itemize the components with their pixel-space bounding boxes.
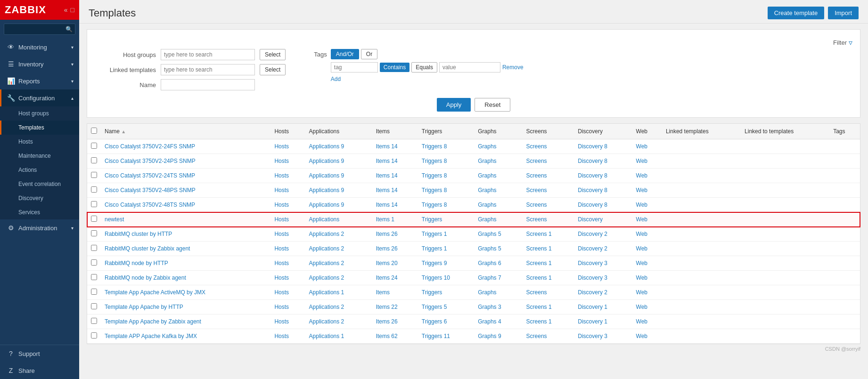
cell-graphs[interactable]: Graphs 3: [474, 300, 522, 314]
cell-triggers[interactable]: Triggers 8: [418, 154, 474, 169]
cell-items[interactable]: Items 1: [372, 212, 418, 227]
cell-discovery[interactable]: Discovery 1: [574, 300, 632, 314]
sidebar-item-inventory[interactable]: ☰ Inventory ▾: [0, 56, 79, 73]
cell-hosts[interactable]: Hosts: [270, 212, 305, 227]
cell-web[interactable]: Web: [632, 271, 662, 285]
andor-and-button[interactable]: And/Or: [331, 49, 359, 59]
cell-screens[interactable]: Screens 1: [523, 256, 574, 271]
cell-items[interactable]: Items 62: [372, 329, 418, 344]
cell-items[interactable]: Items 26: [372, 242, 418, 256]
cell-triggers[interactable]: Triggers 8: [418, 198, 474, 212]
select-all-checkbox[interactable]: [91, 128, 97, 134]
cell-name[interactable]: Template App Apache by Zabbix agent: [101, 314, 270, 329]
cell-screens[interactable]: Screens 1: [523, 242, 574, 256]
cell-hosts[interactable]: Hosts: [270, 183, 305, 198]
cell-items[interactable]: Items 26: [372, 314, 418, 329]
cell-hosts[interactable]: Hosts: [270, 242, 305, 256]
cell-discovery[interactable]: Discovery 8: [574, 183, 632, 198]
cell-items[interactable]: Items 22: [372, 300, 418, 314]
cell-name[interactable]: RabbitMQ node by Zabbix agent: [101, 271, 270, 285]
cell-web[interactable]: Web: [632, 256, 662, 271]
cell-graphs[interactable]: Graphs: [474, 198, 522, 212]
cell-applications[interactable]: Applications 1: [305, 285, 372, 300]
cell-screens[interactable]: Screens 1: [523, 300, 574, 314]
sidebar-item-hosts[interactable]: Hosts: [0, 135, 79, 149]
row-checkbox[interactable]: [91, 318, 97, 324]
cell-screens[interactable]: Screens 1: [523, 227, 574, 242]
cell-graphs[interactable]: Graphs: [474, 139, 522, 154]
cell-items[interactable]: Items: [372, 285, 418, 300]
cell-graphs[interactable]: Graphs: [474, 212, 522, 227]
cell-web[interactable]: Web: [632, 154, 662, 169]
cell-screens[interactable]: Screens: [523, 285, 574, 300]
host-groups-select-button[interactable]: Select: [260, 49, 286, 60]
cell-triggers[interactable]: Triggers 10: [418, 271, 474, 285]
collapse-icon[interactable]: «: [64, 6, 68, 14]
cell-hosts[interactable]: Hosts: [270, 285, 305, 300]
cell-applications[interactable]: Applications 2: [305, 256, 372, 271]
cell-triggers[interactable]: Triggers 11: [418, 329, 474, 344]
apply-button[interactable]: Apply: [437, 98, 471, 112]
cell-screens[interactable]: Screens: [523, 329, 574, 344]
cell-screens[interactable]: Screens: [523, 212, 574, 227]
cell-discovery[interactable]: Discovery 8: [574, 139, 632, 154]
cell-web[interactable]: Web: [632, 314, 662, 329]
cell-triggers[interactable]: Triggers 1: [418, 242, 474, 256]
cell-triggers[interactable]: Triggers 5: [418, 300, 474, 314]
row-checkbox[interactable]: [91, 186, 97, 193]
cell-screens[interactable]: Screens 1: [523, 271, 574, 285]
row-checkbox[interactable]: [91, 143, 97, 149]
cell-discovery[interactable]: Discovery 2: [574, 242, 632, 256]
cell-discovery[interactable]: Discovery 3: [574, 329, 632, 344]
row-checkbox[interactable]: [91, 245, 97, 251]
cell-name[interactable]: RabbitMQ cluster by Zabbix agent: [101, 242, 270, 256]
cell-name[interactable]: RabbitMQ cluster by HTTP: [101, 227, 270, 242]
cell-screens[interactable]: Screens 1: [523, 314, 574, 329]
remove-link[interactable]: Remove: [502, 64, 524, 71]
cell-items[interactable]: Items 26: [372, 227, 418, 242]
cell-applications[interactable]: Applications 9: [305, 169, 372, 183]
cell-web[interactable]: Web: [632, 242, 662, 256]
sidebar-item-share[interactable]: Z Share: [0, 362, 79, 379]
cell-screens[interactable]: Screens: [523, 183, 574, 198]
sidebar-item-host-groups[interactable]: Host groups: [0, 106, 79, 121]
row-checkbox[interactable]: [91, 259, 97, 266]
cell-name[interactable]: Cisco Catalyst 3750V2-48TS SNMP: [101, 198, 270, 212]
cell-applications[interactable]: Applications 1: [305, 329, 372, 344]
cell-items[interactable]: Items 14: [372, 183, 418, 198]
contains-button[interactable]: Contains: [380, 63, 409, 72]
row-checkbox[interactable]: [91, 289, 97, 295]
cell-items[interactable]: Items 14: [372, 154, 418, 169]
cell-graphs[interactable]: Graphs 4: [474, 314, 522, 329]
cell-triggers[interactable]: Triggers 8: [418, 183, 474, 198]
cell-hosts[interactable]: Hosts: [270, 256, 305, 271]
cell-hosts[interactable]: Hosts: [270, 139, 305, 154]
cell-web[interactable]: Web: [632, 169, 662, 183]
row-checkbox[interactable]: [91, 274, 97, 280]
cell-items[interactable]: Items 20: [372, 256, 418, 271]
cell-hosts[interactable]: Hosts: [270, 154, 305, 169]
cell-graphs[interactable]: Graphs 5: [474, 242, 522, 256]
cell-name[interactable]: newtest: [101, 212, 270, 227]
row-checkbox[interactable]: [91, 172, 97, 178]
cell-screens[interactable]: Screens: [523, 154, 574, 169]
host-groups-input[interactable]: [161, 49, 255, 60]
add-link[interactable]: Add: [331, 76, 341, 82]
cell-applications[interactable]: Applications 2: [305, 271, 372, 285]
value-input[interactable]: [439, 62, 500, 73]
equals-button[interactable]: Equals: [411, 62, 437, 73]
cell-applications[interactable]: Applications 2: [305, 242, 372, 256]
cell-discovery[interactable]: Discovery 2: [574, 285, 632, 300]
sidebar-item-actions[interactable]: Actions: [0, 163, 79, 177]
reset-button[interactable]: Reset: [475, 98, 510, 112]
cell-discovery[interactable]: Discovery 8: [574, 169, 632, 183]
sidebar-item-services[interactable]: Services: [0, 205, 79, 219]
sidebar-item-event-correlation[interactable]: Event correlation: [0, 177, 79, 191]
cell-applications[interactable]: Applications: [305, 212, 372, 227]
tag-input[interactable]: [331, 62, 378, 73]
cell-hosts[interactable]: Hosts: [270, 329, 305, 344]
cell-triggers[interactable]: Triggers 8: [418, 139, 474, 154]
cell-name[interactable]: Template App Apache by HTTP: [101, 300, 270, 314]
cell-name[interactable]: Cisco Catalyst 3750V2-48PS SNMP: [101, 183, 270, 198]
cell-graphs[interactable]: Graphs: [474, 169, 522, 183]
